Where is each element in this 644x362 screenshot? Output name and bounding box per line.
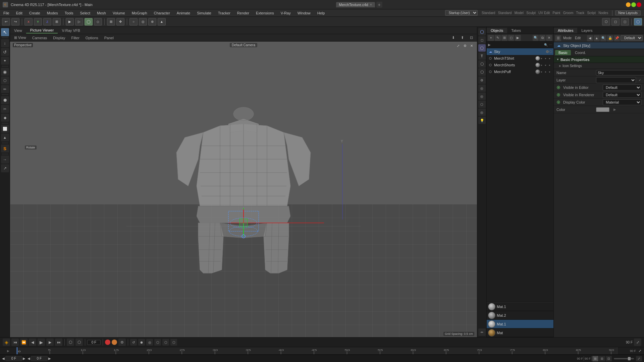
- rt-sphere-icon[interactable]: ⬡: [478, 44, 486, 52]
- attr-name-input[interactable]: [596, 70, 644, 75]
- obj-toolbar-file-icon[interactable]: ⌖: [488, 35, 494, 41]
- obj-toolbar-edit-icon[interactable]: ✎: [495, 35, 501, 41]
- vp-menu-display[interactable]: Display: [50, 35, 68, 41]
- toolbar-y[interactable]: Y: [34, 18, 42, 25]
- tab-takes[interactable]: Takes: [507, 28, 525, 33]
- toolbar-r2[interactable]: ◎: [139, 18, 147, 25]
- tool-paint[interactable]: ✏: [1, 85, 9, 93]
- anim-prev-key-button[interactable]: ⏪: [20, 339, 28, 346]
- bottom-nav2-right-icon[interactable]: ▶: [48, 357, 51, 360]
- toolbar-z[interactable]: Z: [43, 18, 51, 25]
- tab-close-icon[interactable]: ✕: [370, 3, 372, 6]
- rt-settings-icon[interactable]: ⚙: [478, 76, 486, 84]
- toolbar-play[interactable]: ▶: [66, 18, 74, 25]
- menu-window[interactable]: Window: [294, 10, 314, 16]
- anim-record-button[interactable]: [105, 340, 110, 345]
- bottom-frame-left[interactable]: [5, 356, 22, 361]
- minimize-button[interactable]: [626, 2, 631, 7]
- toolbar-redo[interactable]: ↪: [11, 18, 19, 25]
- anim-prev-frame-button[interactable]: ◀: [29, 339, 36, 346]
- tab-layers[interactable]: Layers: [577, 28, 596, 33]
- list-item[interactable]: ⬡ MerchShorts ● ● ●: [487, 62, 553, 68]
- tool-transform[interactable]: →: [1, 156, 9, 164]
- menu-mograph[interactable]: MoGraph: [128, 10, 151, 16]
- toolbar-poly[interactable]: ⬡: [85, 18, 93, 25]
- rt-cube-icon[interactable]: ⬡: [478, 28, 486, 36]
- toolbar-perspective[interactable]: ⬡: [634, 18, 642, 25]
- attr-layer-dropdown[interactable]: [596, 77, 636, 83]
- rt-pick-icon[interactable]: ◎: [478, 93, 486, 100]
- anim-keyframe-diamond-icon[interactable]: ◈: [3, 339, 10, 346]
- anim-next-frame-button[interactable]: ▶: [46, 339, 54, 346]
- bottom-nav2-left-icon[interactable]: ◀: [28, 357, 30, 360]
- basic-properties-section[interactable]: ▼ Basic Properties: [554, 56, 644, 63]
- bottom-frame-right[interactable]: [31, 356, 48, 361]
- attr-visible-renderer-dropdown[interactable]: Default On Off: [603, 92, 641, 98]
- menu-edit[interactable]: Edit: [13, 10, 26, 16]
- new-tab-button[interactable]: +: [376, 2, 382, 8]
- tool-select[interactable]: ↖: [1, 28, 9, 36]
- bottom-nav-right-icon[interactable]: ▶: [23, 357, 25, 360]
- list-item[interactable]: Mat.2: [487, 311, 553, 320]
- tab-view[interactable]: View: [10, 28, 26, 33]
- toolbar-render-view[interactable]: ◻: [621, 18, 629, 25]
- rt-paint-icon[interactable]: ✏: [478, 328, 486, 336]
- list-item[interactable]: Mat.1: [487, 302, 553, 311]
- rt-circle-icon[interactable]: ◎: [478, 84, 486, 92]
- 3d-viewport[interactable]: Perspective Default Camera Grid Spacing:…: [10, 42, 477, 337]
- anim-loop-icon[interactable]: ↺: [130, 339, 137, 346]
- toolbar-snap[interactable]: ✥: [116, 18, 124, 25]
- attr-visible-editor-dropdown[interactable]: Default On Off: [603, 84, 641, 90]
- tool-mesh[interactable]: ⬢: [1, 96, 9, 104]
- toolbar-r4[interactable]: ▲: [158, 18, 166, 25]
- attr-back-icon[interactable]: ◀: [587, 35, 593, 41]
- anim-export-icon[interactable]: ⬡: [170, 339, 177, 346]
- tool-knife[interactable]: ✂: [1, 105, 9, 113]
- menu-volume[interactable]: Volume: [109, 10, 128, 16]
- tool-tri[interactable]: ▲: [1, 133, 9, 141]
- tool-move[interactable]: ↕: [1, 39, 9, 47]
- attr-hamburger-icon[interactable]: ☰: [555, 35, 561, 41]
- vp-menu-options[interactable]: Options: [83, 35, 101, 41]
- vp-menu-cameras[interactable]: Cameras: [30, 35, 50, 41]
- rt-pick2-icon[interactable]: ◎: [478, 109, 486, 116]
- attr-pin-icon[interactable]: 📌: [614, 35, 620, 41]
- menu-extensions[interactable]: Extensions: [253, 10, 277, 16]
- bottom-zoom-slider[interactable]: [614, 358, 634, 359]
- rt-material-icon[interactable]: ⬡: [478, 68, 486, 76]
- menu-modes[interactable]: Modes: [44, 10, 61, 16]
- rt-camera-icon[interactable]: ◻: [478, 36, 486, 44]
- obj-toolbar-object-icon[interactable]: ◻: [508, 35, 514, 41]
- rt-hex-icon[interactable]: ⬡: [478, 101, 486, 108]
- rt-light2-icon[interactable]: 💡: [478, 117, 486, 124]
- subtab-coord[interactable]: Coord.: [572, 50, 589, 55]
- anim-motion-blur-icon[interactable]: ◎: [146, 339, 153, 346]
- maximize-button[interactable]: [631, 2, 636, 7]
- tab-objects[interactable]: Objects: [487, 28, 507, 33]
- anim-goto-start-button[interactable]: ⏮: [11, 339, 19, 346]
- attr-color-swatch[interactable]: [596, 107, 609, 112]
- obj-filter-icon[interactable]: ⧉: [539, 35, 545, 41]
- menu-simulate[interactable]: Simulate: [194, 10, 215, 16]
- bottom-zoom-thumb[interactable]: [628, 357, 631, 360]
- toolbar-x[interactable]: X: [24, 18, 33, 25]
- tool-scale[interactable]: ✦: [1, 57, 9, 65]
- menu-create[interactable]: Create: [26, 10, 44, 16]
- icon-settings-subsection[interactable]: ▶ Icon Settings: [554, 63, 644, 69]
- vp-menu-filter[interactable]: Filter: [68, 35, 82, 41]
- tool-bridge[interactable]: ◆: [1, 114, 9, 122]
- anim-expand-icon[interactable]: ⤢: [634, 339, 641, 346]
- anim-settings-icon[interactable]: ⚙: [118, 339, 126, 346]
- menu-vray[interactable]: V-Ray: [277, 10, 294, 16]
- vp-menu-panel[interactable]: Panel: [102, 35, 116, 41]
- toolbar-render-settings[interactable]: ⬡: [602, 18, 610, 25]
- tool-rotate[interactable]: ↺: [1, 48, 9, 56]
- new-layouts-button[interactable]: New Layouts: [615, 10, 641, 15]
- vp-icon-2[interactable]: ⬆: [458, 35, 467, 41]
- anim-mode-1-icon[interactable]: ⬡: [67, 339, 74, 346]
- bv-btn-expand[interactable]: ⤢: [636, 356, 642, 361]
- tab-vray-vfb[interactable]: V-Ray VFB: [58, 28, 84, 33]
- anim-frame-input[interactable]: [87, 340, 101, 345]
- toolbar-grid[interactable]: ⊞: [107, 18, 115, 25]
- obj-toolbar-view-icon[interactable]: ⊞: [501, 35, 507, 41]
